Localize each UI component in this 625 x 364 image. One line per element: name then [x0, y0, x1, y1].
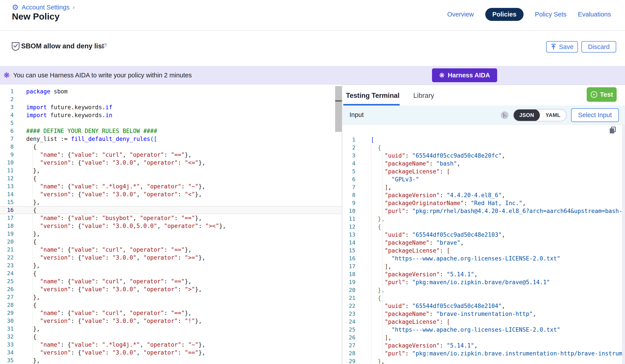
line-number: 32 — [0, 333, 14, 341]
line-number: 24 — [342, 318, 355, 326]
line-number: 9 — [0, 151, 14, 159]
tab-overview[interactable]: Overview — [447, 11, 474, 18]
line-number: 21 — [0, 246, 14, 254]
upload-icon — [551, 44, 556, 50]
testing-panel-tabs: Test Testing TerminalLibrary — [342, 85, 625, 106]
line-number: 20 — [342, 286, 355, 294]
code-line: 14 "packageName": "brave", — [342, 239, 625, 247]
line-number: 8 — [0, 143, 14, 151]
code-line: 13 "name": {"value": ".*log4j.*", "opera… — [0, 182, 342, 190]
tab-library[interactable]: Library — [413, 92, 434, 100]
indent-guide — [382, 152, 383, 355]
code-line: 19 }, — [0, 230, 342, 238]
tab-testing-terminal[interactable]: Testing Terminal — [346, 92, 399, 100]
code-line: 16 "https---www.apache.org-licenses-LICE… — [342, 254, 625, 262]
format-option-json[interactable]: JSON — [514, 109, 540, 121]
line-number: 27 — [0, 293, 14, 301]
code-line: 13 "uuid": "65544df05cc9ad50c48e2103", — [342, 231, 625, 239]
code-line: 24 "packageLicense": [ — [342, 318, 625, 326]
code-line: 9 "packageOriginatorName": "Red Hat, Inc… — [342, 199, 625, 207]
input-json-editor[interactable]: 1[2 {3 "uuid": "65544df05cc9ad50c48e20fc… — [342, 125, 625, 364]
code-line: 16 { — [0, 206, 342, 214]
line-number: 12 — [0, 174, 14, 182]
indent-guide — [32, 143, 33, 364]
edit-pencil-icon[interactable] — [101, 42, 108, 50]
line-number: 4 — [0, 111, 14, 119]
aida-message: You can use Harness AIDA to write your p… — [13, 72, 192, 79]
line-number: 5 — [342, 168, 355, 175]
breadcrumb-account-settings-link[interactable]: Account Settings — [22, 4, 69, 11]
line-number: 15 — [342, 247, 355, 254]
fork-icon[interactable] — [500, 111, 509, 119]
indent-guide — [371, 144, 372, 363]
code-line: 21 { — [342, 294, 625, 302]
code-line: 1[ — [342, 136, 625, 144]
line-number: 18 — [0, 222, 14, 230]
policy-code-editor[interactable]: 1package sbom23import future.keywords.if… — [0, 85, 342, 364]
select-input-label: Select Input — [578, 112, 612, 119]
line-number: 16 — [0, 206, 14, 214]
code-line: 8 "packageVersion": "4.4.20-4.el8_6", — [342, 191, 625, 199]
code-line: 11 }, — [0, 167, 342, 174]
code-line: 18 "version": {"value": "3.0.0,5.0.0", "… — [0, 222, 342, 230]
test-button[interactable]: Test — [587, 87, 617, 102]
code-line: 18 "packageVersion": "5.14.1", — [342, 270, 625, 278]
code-line: 26 "version": {"value": "3.0.0", "operat… — [0, 285, 342, 293]
active-tab-underline — [343, 104, 400, 106]
code-line: 23 }, — [0, 262, 342, 270]
code-line: 8 { — [0, 143, 342, 151]
test-label: Test — [600, 91, 613, 98]
save-button[interactable]: Save — [546, 41, 578, 53]
code-line: 2 { — [342, 144, 625, 152]
code-line: 3import future.keywords.if — [0, 103, 342, 111]
line-number: 30 — [0, 317, 14, 325]
code-line: 7deny_list := fill_default_deny_rules([ — [0, 135, 342, 143]
line-number: 18 — [342, 270, 355, 278]
line-number: 6 — [0, 127, 14, 135]
code-line: 33 "name": {"value": ".*log4j.*", "opera… — [0, 341, 342, 349]
input-bar: Input JSONYAML Select Input — [342, 106, 625, 125]
line-number: 2 — [0, 95, 14, 103]
policy-bar: SBOM allow and deny list Save Discard — [0, 31, 625, 66]
line-number: 7 — [342, 183, 355, 191]
code-line: 20 { — [0, 238, 342, 246]
code-line: 19 "purl": "pkg:maven/io.zipkin.brave/br… — [342, 278, 625, 286]
line-number: 9 — [342, 199, 355, 207]
code-line: 6#### DEFINE YOUR DENY RULES BELOW #### — [0, 127, 342, 135]
line-number: 25 — [0, 277, 14, 285]
code-line: 28 "purl": "pkg:maven/io.zipkin.brave.in… — [342, 349, 625, 357]
code-line: 28 { — [0, 301, 342, 309]
copy-icon[interactable] — [608, 126, 617, 135]
code-line: 9 "name": {"value": "curl", "operator": … — [0, 151, 342, 159]
code-line: 29 }, — [342, 357, 625, 364]
tab-policy-sets[interactable]: Policy Sets — [535, 11, 566, 18]
tab-policies[interactable]: Policies — [485, 8, 524, 21]
line-number: 27 — [342, 342, 355, 349]
line-number: 7 — [0, 135, 14, 143]
json-scrollbar-track[interactable] — [622, 125, 625, 364]
code-line: 11 }, — [342, 215, 625, 223]
code-line: 26 ], — [342, 334, 625, 342]
line-number: 2 — [342, 144, 355, 152]
line-number: 29 — [0, 309, 14, 317]
discard-button[interactable]: Discard — [581, 41, 616, 53]
code-line: 1package sbom — [0, 87, 342, 95]
line-number: 1 — [342, 136, 355, 144]
format-option-yaml[interactable]: YAML — [540, 109, 566, 121]
tab-evaluations[interactable]: Evaluations — [578, 11, 611, 18]
code-line: 12 { — [0, 174, 342, 182]
line-number: 1 — [0, 87, 14, 95]
line-number: 3 — [0, 103, 14, 111]
editor-scrollbar-thumb[interactable] — [335, 86, 342, 132]
aida-flower-icon: ❋ — [3, 71, 10, 80]
line-number: 20 — [0, 238, 14, 246]
harness-aida-button[interactable]: ❋ Harness AIDA — [432, 68, 497, 82]
select-input-button[interactable]: Select Input — [571, 108, 619, 122]
line-number: 16 — [342, 254, 355, 262]
code-line: 2 — [0, 95, 342, 103]
chevron-right-icon: › — [73, 4, 75, 11]
line-number: 14 — [0, 190, 14, 198]
code-line: 25 "name": {"value": "curl", "operator":… — [0, 277, 342, 285]
policy-name: SBOM allow and deny list — [21, 42, 104, 50]
line-number: 5 — [0, 119, 14, 127]
